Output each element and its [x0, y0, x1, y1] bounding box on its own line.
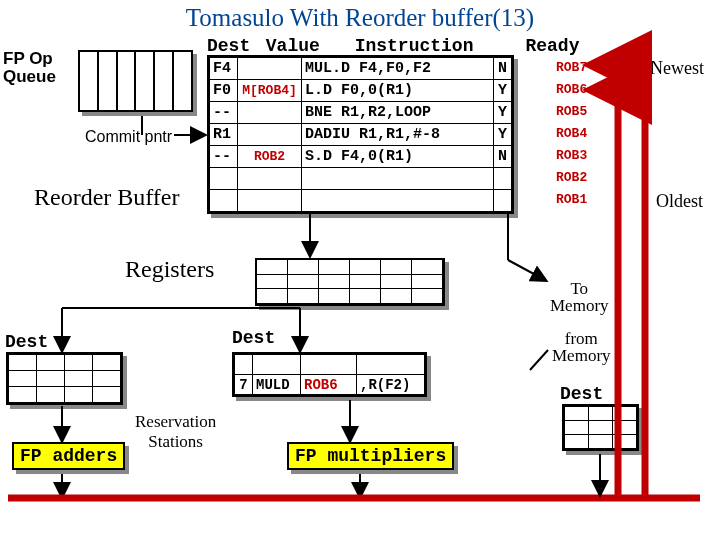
fp-adders-box: FP adders	[12, 442, 125, 470]
rs-left-table	[6, 352, 123, 405]
rob-tag: ROB3	[556, 148, 587, 163]
svg-line-12	[530, 350, 548, 370]
commit-pointer-label: Commit pntr	[85, 128, 172, 146]
rob-tag: ROB6	[556, 82, 587, 97]
dest-label-left: Dest	[5, 332, 48, 352]
svg-line-11	[508, 260, 545, 280]
registers-label: Registers	[125, 256, 214, 283]
rob-tag: ROB1	[556, 192, 587, 207]
oldest-label: Oldest	[656, 191, 703, 212]
rob-row: R1 DADIU R1,R1,#-8 Y	[210, 124, 512, 146]
page-title: Tomasulo With Reorder buffer(13)	[0, 4, 720, 32]
rs-mid-table: 7 MULD ROB6 ,R(F2)	[232, 352, 427, 397]
fp-multipliers-box: FP multipliers	[287, 442, 454, 470]
rob-row: -- BNE R1,R2,LOOP Y	[210, 102, 512, 124]
fp-op-queue	[78, 50, 193, 112]
rob-row	[210, 190, 512, 212]
dest-label-mid: Dest	[232, 328, 275, 348]
reservation-stations-label: Reservation Stations	[135, 412, 216, 452]
rob-tag: ROB2	[556, 170, 587, 185]
rob-row: F0 M[ROB4] L.D F0,0(R1) Y	[210, 80, 512, 102]
rob-row: F4 MUL.D F4,F0,F2 N	[210, 58, 512, 80]
rob-row	[210, 168, 512, 190]
registers-table	[255, 258, 445, 306]
rob-tag: ROB5	[556, 104, 587, 119]
newest-label: Newest	[650, 58, 704, 79]
to-memory-label: To Memory	[550, 280, 609, 314]
rob-row: -- ROB2 S.D F4,0(R1) N	[210, 146, 512, 168]
dest-label-right: Dest	[560, 384, 603, 404]
reorder-buffer-table: F4 MUL.D F4,F0,F2 N F0 M[ROB4] L.D F0,0(…	[207, 55, 514, 214]
reorder-buffer-label: Reorder Buffer	[34, 184, 180, 211]
rob-tag: ROB4	[556, 126, 587, 141]
fp-op-queue-label: FP Op Queue	[3, 50, 56, 86]
from-memory-label: from Memory	[552, 330, 611, 364]
rob-tag: ROB7	[556, 60, 587, 75]
rob-header: Dest Value Instruction Ready	[207, 36, 579, 56]
rs-right-table	[562, 404, 639, 451]
